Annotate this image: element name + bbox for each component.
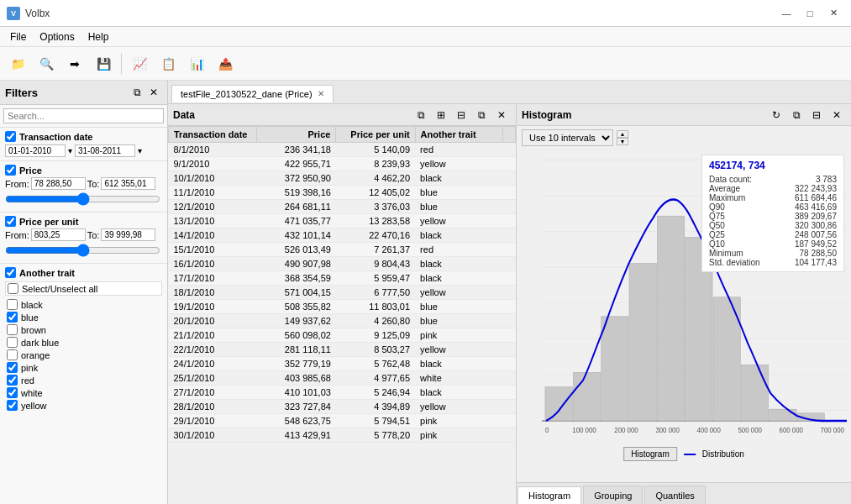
trait-checkbox-white[interactable] [7,387,18,398]
date-arrow2: ▾ [138,146,142,155]
table-row[interactable]: 20/1/2010149 937,624 260,80blue [169,314,516,328]
select-all-checkbox[interactable] [8,283,18,294]
table-row[interactable]: 21/1/2010560 098,029 125,09pink [169,328,516,343]
transaction-date-checkbox[interactable] [5,131,16,142]
data-copy-btn[interactable]: ⧉ [412,107,430,123]
price-checkbox[interactable] [5,165,16,176]
table-row[interactable]: 9/1/2010422 955,718 239,93yellow [169,157,516,171]
search-input[interactable] [3,108,164,123]
toolbar-save[interactable]: 💾 [91,52,116,76]
table-row[interactable]: 14/1/2010432 101,1422 470,16black [169,228,516,243]
trait-checkbox-red[interactable] [7,375,18,386]
table-row[interactable]: 8/1/2010236 341,185 140,09red [169,143,516,157]
toolbar-open[interactable]: 📁 [5,52,30,76]
trait-checkbox-dark blue[interactable] [7,337,18,348]
hist-dup-btn[interactable]: ⊟ [807,107,826,123]
legend-dist-color [684,454,696,455]
col-header-price[interactable]: Price [257,127,336,143]
col-header-ppu[interactable]: Price per unit [336,127,415,143]
menu-file[interactable]: File [3,29,33,45]
trait-checkbox-pink[interactable] [7,362,18,373]
table-cell: 19/1/2010 [169,300,257,314]
trait-label: orange [21,350,50,360]
spin-up-btn[interactable]: ▲ [617,130,628,138]
main-tab[interactable]: testFile_20130522_dane (Price) ✕ [171,85,334,102]
ppu-from-input[interactable] [31,228,86,241]
table-row[interactable]: 24/1/2010352 779,195 762,48black [169,357,516,371]
toolbar-table[interactable]: 📋 [155,52,181,76]
data-panel-header: Data ⧉ ⊞ ⊟ ⧉ ✕ [168,104,516,126]
trait-checkbox-yellow[interactable] [7,400,18,411]
interval-select[interactable]: Use 10 intervals [522,129,613,146]
table-row[interactable]: 28/1/2010323 727,844 394,89yellow [169,400,516,414]
bottom-tab-grouping[interactable]: Grouping [583,486,643,504]
table-row[interactable]: 27/1/2010410 101,035 246,94black [169,386,516,400]
table-cell: 18/1/2010 [169,286,257,300]
table-row[interactable]: 13/1/2010471 035,7713 283,58yellow [169,214,516,228]
close-button[interactable]: ✕ [822,5,844,22]
table-row[interactable]: 18/1/2010571 004,156 777,50yellow [169,286,516,300]
data-close-btn[interactable]: ✕ [492,107,511,123]
filters-close-btn[interactable]: ✕ [145,84,162,101]
data-duplicate-btn[interactable]: ⧉ [472,107,491,123]
filters-copy-btn[interactable]: ⧉ [129,84,145,101]
trait-checkbox-blue[interactable] [7,312,18,323]
menu-options[interactable]: Options [33,29,81,45]
spin-down-btn[interactable]: ▼ [617,138,628,145]
hist-refresh-btn[interactable]: ↻ [767,107,785,123]
ppu-to-input[interactable] [101,228,155,241]
table-row[interactable]: 30/1/2010413 429,915 778,20pink [169,428,516,443]
trait-item: dark blue [5,336,162,349]
table-row[interactable]: 10/1/2010372 950,904 462,20black [169,171,516,186]
table-cell: 264 681,11 [257,200,336,214]
date-to-input[interactable] [75,144,135,157]
menu-help[interactable]: Help [81,29,116,45]
stat-data-count: Data count: 3 783 [709,175,837,184]
toolbar-navigate[interactable]: ➡ [62,52,87,76]
trait-checkbox-black[interactable] [7,299,18,310]
hist-close-btn[interactable]: ✕ [827,107,846,123]
toolbar-chart1[interactable]: 📈 [127,52,152,76]
price-from-input[interactable] [31,177,86,190]
table-row[interactable]: 12/1/2010264 681,113 376,03blue [169,200,516,214]
price-slider[interactable] [5,192,160,206]
table-row[interactable]: 19/1/2010508 355,8211 803,01blue [169,300,516,314]
scroll-cell [503,357,516,371]
another-trait-checkbox[interactable] [5,267,16,278]
hist-copy-btn[interactable]: ⧉ [787,107,806,123]
col-header-date[interactable]: Transaction date [169,127,257,143]
trait-checkbox-brown[interactable] [7,324,18,335]
ppu-label[interactable]: Price per unit [5,216,162,227]
col-header-trait[interactable]: Another trait [415,127,503,143]
bottom-tab-histogram[interactable]: Histogram [517,486,581,504]
tab-close-btn[interactable]: ✕ [318,89,324,98]
select-all-row[interactable]: Select/Unselect all [5,281,162,296]
table-row[interactable]: 25/1/2010403 985,684 977,65white [169,371,516,386]
date-from-input[interactable] [5,144,66,157]
maximize-button[interactable]: □ [799,5,821,22]
table-cell: 22/1/2010 [169,343,257,357]
table-row[interactable]: 22/1/2010281 118,118 503,27yellow [169,343,516,357]
price-label[interactable]: Price [5,165,162,176]
legend-histogram-btn[interactable]: Histogram [623,447,677,461]
scroll-cell [503,214,516,228]
toolbar-filter[interactable]: 🔍 [34,52,59,76]
minimize-button[interactable]: — [775,5,797,22]
table-row[interactable]: 15/1/2010526 013,497 261,37red [169,243,516,257]
trait-checkbox-orange[interactable] [7,349,18,360]
table-container[interactable]: Transaction date Price Price per unit An… [168,126,516,504]
transaction-date-label[interactable]: Transaction date [5,131,162,142]
table-row[interactable]: 11/1/2010519 398,1612 405,02blue [169,186,516,200]
trait-item: orange [5,349,162,361]
toolbar-export[interactable]: 📤 [213,52,238,76]
toolbar-chart2[interactable]: 📊 [184,52,209,76]
price-to-input[interactable] [101,177,155,190]
table-row[interactable]: 17/1/2010368 354,595 959,47black [169,271,516,286]
data-grid-btn[interactable]: ⊞ [432,107,450,123]
bottom-tab-quantiles[interactable]: Quantiles [644,486,705,504]
data-cols-btn[interactable]: ⊟ [452,107,470,123]
table-row[interactable]: 16/1/2010490 907,989 804,43black [169,257,516,271]
ppu-slider[interactable] [5,244,160,257]
table-row[interactable]: 29/1/2010548 623,755 794,51pink [169,414,516,428]
ppu-checkbox[interactable] [5,216,16,227]
